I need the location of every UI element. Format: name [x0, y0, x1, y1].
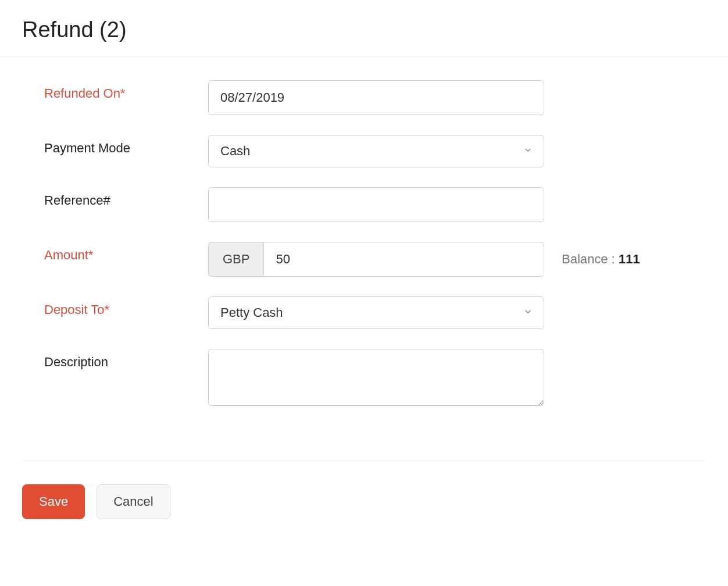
- payment-mode-label: Payment Mode: [22, 135, 208, 156]
- page-title: Refund (2): [22, 17, 706, 42]
- chevron-down-icon: [523, 144, 533, 159]
- payment-mode-value: Cash: [220, 144, 250, 159]
- amount-input[interactable]: [263, 242, 544, 277]
- reference-row: Reference#: [22, 187, 706, 222]
- payment-mode-row: Payment Mode Cash: [22, 135, 706, 167]
- refunded-on-label: Refunded On*: [22, 80, 208, 101]
- description-textarea[interactable]: [208, 349, 544, 406]
- deposit-to-label: Deposit To*: [22, 296, 208, 317]
- currency-prefix: GBP: [208, 242, 263, 277]
- amount-row: Amount* GBP Balance : 111: [22, 242, 706, 277]
- deposit-to-row: Deposit To* Petty Cash: [22, 296, 706, 329]
- deposit-to-select[interactable]: Petty Cash: [208, 296, 544, 329]
- balance-label: Balance :: [562, 252, 619, 266]
- deposit-to-value: Petty Cash: [220, 305, 283, 320]
- form-footer: Save Cancel: [22, 460, 706, 542]
- refund-form: Refunded On* Payment Mode Cash Reference…: [0, 57, 728, 437]
- save-button[interactable]: Save: [22, 484, 85, 519]
- description-label: Description: [22, 349, 208, 370]
- reference-label: Reference#: [22, 187, 208, 208]
- refunded-on-row: Refunded On*: [22, 80, 706, 115]
- amount-input-group: GBP: [208, 242, 544, 277]
- payment-mode-select[interactable]: Cash: [208, 135, 544, 167]
- cancel-button[interactable]: Cancel: [97, 484, 170, 519]
- balance-value: 111: [619, 252, 640, 266]
- refunded-on-input[interactable]: [208, 80, 544, 115]
- balance-display: Balance : 111: [562, 252, 640, 267]
- reference-input[interactable]: [208, 187, 544, 222]
- amount-label: Amount*: [22, 242, 208, 263]
- description-row: Description: [22, 349, 706, 406]
- chevron-down-icon: [523, 305, 533, 320]
